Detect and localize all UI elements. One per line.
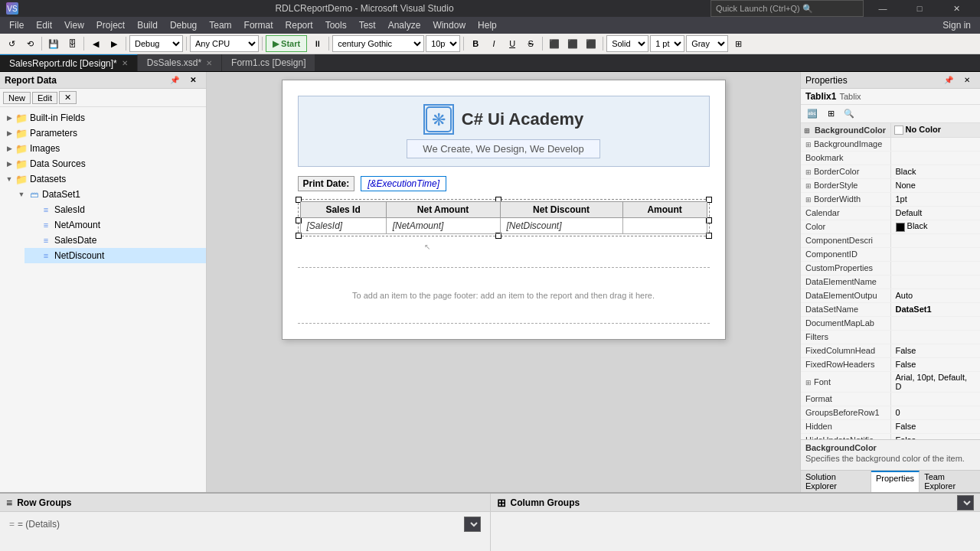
tree-item-data-sources[interactable]: ▶ 📁 Data Sources (0, 156, 206, 171)
expand-icon[interactable]: ▼ (15, 188, 28, 201)
tree-item-images[interactable]: ▶ 📁 Images (0, 141, 206, 156)
save-all-button[interactable]: 🗄 (64, 35, 80, 52)
properties-tab[interactable]: Properties (871, 471, 920, 492)
menu-help[interactable]: Help (472, 17, 503, 34)
design-area[interactable]: ❋ C# Ui Academy We Create, We Design, We… (207, 72, 800, 492)
solution-explorer-tab[interactable]: Solution Explorer (801, 471, 871, 492)
underline-button[interactable]: U (504, 35, 521, 52)
prop-row-documentmaplab[interactable]: DocumentMapLab (801, 316, 980, 330)
strikethrough-button[interactable]: S (522, 35, 539, 52)
menu-tools[interactable]: Tools (319, 17, 353, 34)
undo-button[interactable]: ⟲ (21, 35, 38, 52)
menu-build[interactable]: Build (131, 17, 164, 34)
prop-row-backgroundimage[interactable]: ⊞BackgroundImage (801, 137, 980, 151)
props-search-button[interactable]: 🔍 (841, 106, 858, 122)
back-button[interactable]: ◀ (87, 35, 104, 52)
menu-analyze[interactable]: Analyze (382, 17, 427, 34)
prop-row-groupsbeforerow1[interactable]: GroupsBeforeRow1 0 (801, 406, 980, 419)
prop-row-bookmark[interactable]: Bookmark (801, 151, 980, 165)
expand-icon[interactable]: ▶ (3, 142, 15, 155)
menu-window[interactable]: Window (426, 17, 472, 34)
border-width-select[interactable]: 1 pt (650, 35, 684, 52)
menu-test[interactable]: Test (353, 17, 382, 34)
prop-row-hideupdatenotific[interactable]: HideUpdateNotific False (801, 433, 980, 439)
save-button[interactable]: 💾 (45, 35, 62, 52)
expand-icon[interactable]: ▶ (3, 112, 15, 124)
prop-row-fixedcolumnhead[interactable]: FixedColumnHead False (801, 344, 980, 357)
prop-row-bordercolor[interactable]: ⊞BorderColor Black (801, 165, 980, 178)
tree-item-salesid[interactable]: ≡ SalesId (24, 202, 206, 217)
prop-row-fixedrowheaders[interactable]: FixedRowHeaders False (801, 357, 980, 371)
prop-row-filters[interactable]: Filters (801, 330, 980, 344)
italic-button[interactable]: I (485, 35, 502, 52)
font-size-select[interactable]: 10pt (426, 35, 460, 52)
platform-select[interactable]: Any CPU (190, 35, 259, 52)
panel-close-button[interactable]: ✕ (185, 72, 201, 89)
menu-file[interactable]: File (3, 17, 30, 34)
table-container[interactable]: Sales Id Net Amount Net Discount Amount … (298, 199, 710, 236)
tab-dssales-close[interactable]: ✕ (206, 59, 212, 67)
tab-salesreport[interactable]: SalesReport.rdlc [Design]* ✕ (0, 54, 138, 71)
tree-item-dataset1[interactable]: ▼ 🗃 DataSet1 (12, 187, 206, 202)
expand-icon[interactable]: ▶ (3, 127, 15, 139)
align-left-button[interactable]: ⬛ (546, 35, 563, 52)
prop-row-dataelementname[interactable]: DataElementName (801, 275, 980, 289)
forward-button[interactable]: ▶ (106, 35, 122, 52)
tree-item-salesdate[interactable]: ≡ SalesDate (24, 233, 206, 248)
menu-project[interactable]: Project (90, 17, 131, 34)
menu-report[interactable]: Report (279, 17, 319, 34)
config-select[interactable]: Debug (129, 35, 183, 52)
prop-row-customproperties[interactable]: CustomProperties (801, 261, 980, 275)
menu-edit[interactable]: Edit (30, 17, 58, 34)
row-group-dropdown[interactable] (464, 517, 481, 532)
prop-row-color[interactable]: Color Black (801, 220, 980, 233)
tab-salesreport-close[interactable]: ✕ (122, 59, 128, 67)
border-style-select[interactable]: Solid (606, 35, 648, 52)
team-explorer-tab[interactable]: Team Explorer (920, 471, 980, 492)
maximize-button[interactable]: □ (902, 0, 937, 17)
pin-button[interactable]: 📌 (166, 72, 183, 89)
color-select[interactable]: Gray (686, 35, 728, 52)
tab-dssales[interactable]: DsSales.xsd* ✕ (138, 54, 222, 71)
prop-row-format[interactable]: Format (801, 392, 980, 406)
close-props-button[interactable]: ✕ (959, 72, 975, 89)
window-controls[interactable]: Quick Launch (Ctrl+Q) 🔍 — □ ✕ (710, 0, 974, 17)
prop-row-calendar[interactable]: Calendar Default (801, 206, 980, 220)
tab-form1[interactable]: Form1.cs [Design] (222, 54, 315, 71)
tree-item-parameters[interactable]: ▶ 📁 Parameters (0, 126, 206, 141)
prop-row-backgroundcolor-group[interactable]: ⊞ BackgroundColor No Color (801, 123, 980, 137)
new-button[interactable]: New (3, 92, 31, 104)
prop-row-componentdescri[interactable]: ComponentDescri (801, 233, 980, 247)
close-button[interactable]: ✕ (939, 0, 974, 17)
tree-item-builtin-fields[interactable]: ▶ 📁 Built-in Fields (0, 110, 206, 126)
edit-button[interactable]: Edit (32, 92, 57, 104)
menu-view[interactable]: View (58, 17, 90, 34)
column-group-dropdown[interactable] (957, 495, 974, 510)
prop-row-componentid[interactable]: ComponentID (801, 247, 980, 261)
prop-backgroundcolor-expand[interactable]: ⊞ BackgroundColor (801, 123, 890, 137)
grid-button[interactable]: ⊞ (730, 35, 746, 52)
delete-button[interactable]: ✕ (59, 91, 77, 104)
prop-row-font[interactable]: ⊞Font Arial, 10pt, Default, D (801, 371, 980, 392)
expand-icon[interactable]: ▶ (3, 158, 15, 170)
tree-item-netamount[interactable]: ≡ NetAmount (24, 217, 206, 233)
start-button[interactable]: ▶ Start (266, 35, 307, 52)
pause-button[interactable]: ⏸ (309, 35, 325, 52)
bold-button[interactable]: B (467, 35, 484, 52)
prop-row-datasetname[interactable]: DataSetName DataSet1 (801, 302, 980, 316)
minimize-button[interactable]: — (865, 0, 900, 17)
prop-row-hidden[interactable]: Hidden False (801, 419, 980, 433)
prop-row-borderwidth[interactable]: ⊞BorderWidth 1pt (801, 192, 980, 206)
align-right-button[interactable]: ⬛ (583, 35, 599, 52)
tree-item-netdiscount[interactable]: ≡ NetDiscount (24, 248, 206, 263)
expand-icon[interactable]: ▼ (3, 173, 15, 185)
tree-item-datasets[interactable]: ▼ 📁 Datasets (0, 171, 206, 187)
prop-row-dataelementoutpu[interactable]: DataElementOutpu Auto (801, 289, 980, 302)
align-center-button[interactable]: ⬛ (564, 35, 581, 52)
props-categorize-button[interactable]: ⊞ (822, 106, 839, 122)
font-select[interactable]: century Gothic (332, 35, 424, 52)
props-sort-button[interactable]: 🔤 (804, 106, 821, 122)
sign-in-link[interactable]: Sign in (936, 17, 977, 34)
prop-row-borderstyle[interactable]: ⊞BorderStyle None (801, 178, 980, 192)
menu-format[interactable]: Format (238, 17, 279, 34)
